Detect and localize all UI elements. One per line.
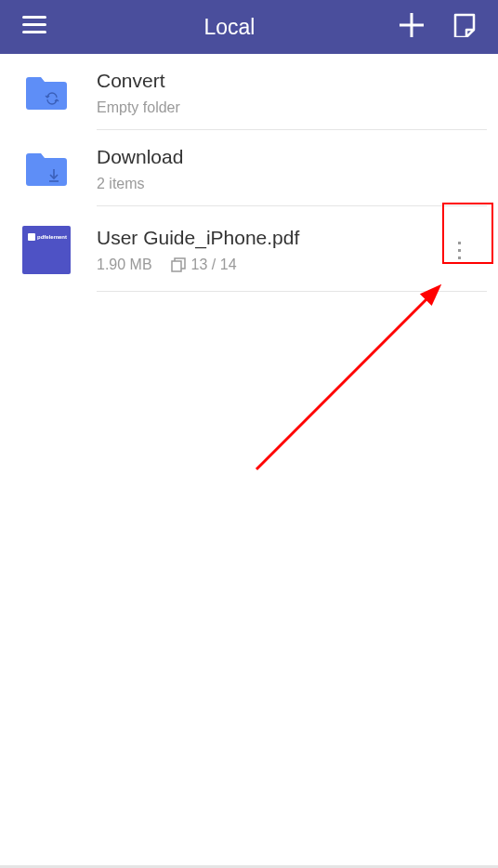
file-pages: 13 / 14 <box>191 256 237 273</box>
copy-icon <box>171 257 186 272</box>
menu-button[interactable] <box>22 16 59 38</box>
folder-sync-icon <box>24 74 69 112</box>
svg-rect-4 <box>400 24 424 27</box>
folder-name: Download <box>97 146 476 168</box>
annotation-arrow <box>247 260 452 474</box>
more-vertical-icon <box>458 242 461 259</box>
svg-rect-0 <box>22 16 46 19</box>
folder-item-download[interactable]: Download 2 items <box>0 130 498 206</box>
folder-download-icon <box>24 151 69 188</box>
file-list: Convert Empty folder Download 2 items <box>0 54 498 292</box>
svg-rect-2 <box>22 31 46 33</box>
file-size: 1.90 MB <box>97 256 152 273</box>
folder-item-convert[interactable]: Convert Empty folder <box>0 54 498 130</box>
app-header: Local <box>0 0 498 54</box>
svg-rect-7 <box>172 261 181 271</box>
svg-rect-1 <box>22 23 46 26</box>
page-title: Local <box>59 15 400 40</box>
pdf-thumbnail-icon: pdfelement <box>22 226 71 274</box>
folder-subtitle: Empty folder <box>97 99 180 116</box>
plus-icon <box>400 13 424 37</box>
folder-subtitle: 2 items <box>97 176 145 192</box>
more-options-button[interactable] <box>435 221 483 279</box>
add-button[interactable] <box>400 13 424 41</box>
hamburger-icon <box>22 16 46 34</box>
annotate-button[interactable] <box>453 13 476 41</box>
file-name: User Guide_iPhone.pdf <box>97 227 435 249</box>
file-item-pdf[interactable]: pdfelement User Guide_iPhone.pdf 1.90 MB… <box>0 206 498 292</box>
svg-line-9 <box>256 288 438 469</box>
folder-name: Convert <box>97 70 476 92</box>
note-icon <box>453 13 476 37</box>
